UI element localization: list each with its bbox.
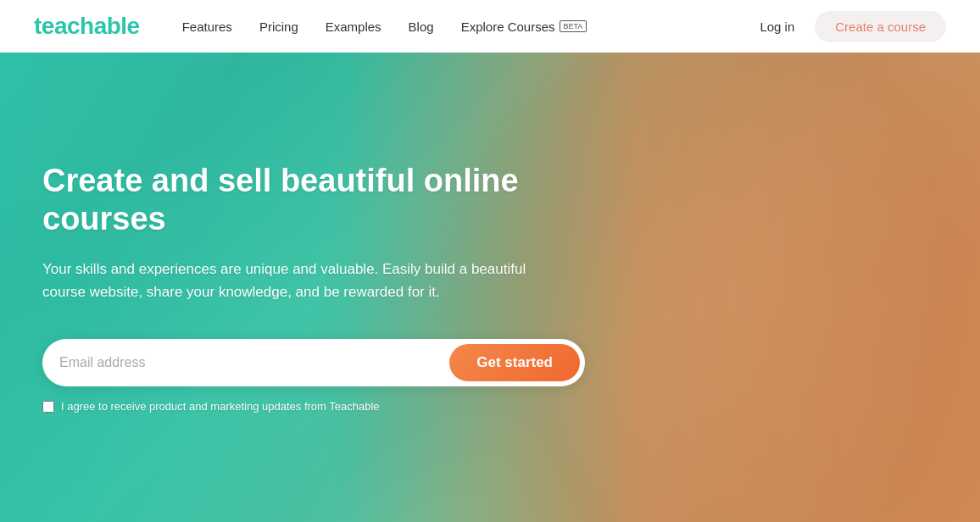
hero-title: Create and sell beautiful online courses [42, 162, 593, 239]
nav-examples[interactable]: Examples [326, 19, 381, 34]
agreement-label: I agree to receive product and marketing… [61, 400, 380, 413]
nav-features[interactable]: Features [182, 19, 232, 34]
hero-content: Create and sell beautiful online courses… [42, 162, 593, 414]
nav-explore-label: Explore Courses [461, 19, 555, 34]
brand-logo[interactable]: teachable [34, 13, 140, 40]
email-form: Get started [42, 339, 585, 386]
hero-subtitle: Your skills and experiences are unique a… [42, 258, 534, 303]
navbar-right: Log in Create a course [760, 11, 946, 42]
agreement-row: I agree to receive product and marketing… [42, 400, 593, 413]
get-started-button[interactable]: Get started [449, 344, 580, 381]
nav-pricing[interactable]: Pricing [259, 19, 298, 34]
email-input[interactable] [59, 348, 449, 377]
login-link[interactable]: Log in [760, 19, 794, 34]
nav-links: Features Pricing Examples Blog Explore C… [182, 19, 760, 34]
beta-badge: Beta [560, 20, 587, 32]
nav-blog[interactable]: Blog [409, 19, 434, 34]
create-course-button[interactable]: Create a course [815, 11, 946, 42]
navbar: teachable Features Pricing Examples Blog… [0, 0, 980, 53]
hero-section: Create and sell beautiful online courses… [0, 53, 980, 522]
agreement-checkbox[interactable] [42, 401, 54, 413]
nav-explore-courses[interactable]: Explore Courses Beta [461, 19, 587, 34]
